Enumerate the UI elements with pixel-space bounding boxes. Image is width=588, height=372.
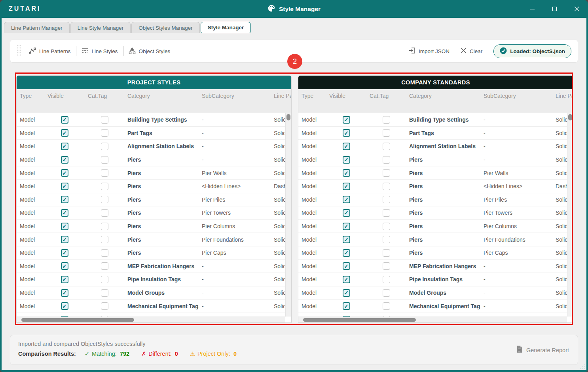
line-styles-button[interactable]: Line Styles bbox=[82, 48, 118, 55]
cattag-checkbox[interactable] bbox=[101, 116, 108, 124]
row-category: Mechanical Equipment Tags bbox=[406, 303, 480, 309]
visible-checkbox[interactable]: ✓ bbox=[343, 236, 350, 243]
cattag-checkbox[interactable] bbox=[101, 143, 108, 150]
maximize-button[interactable] bbox=[548, 3, 560, 15]
visible-checkbox[interactable]: ✓ bbox=[343, 169, 350, 177]
resize-grip[interactable] bbox=[579, 364, 585, 369]
import-json-button[interactable]: Import JSON bbox=[409, 47, 450, 55]
cattag-checkbox[interactable] bbox=[383, 262, 390, 270]
row-category: Model Groups bbox=[406, 290, 480, 296]
visible-checkbox[interactable]: ✓ bbox=[61, 302, 68, 310]
cattag-checkbox[interactable] bbox=[101, 236, 108, 243]
visible-checkbox[interactable]: ✓ bbox=[343, 129, 350, 137]
tab-line-style-manager[interactable]: Line Style Manager bbox=[70, 22, 131, 33]
visible-checkbox[interactable]: ✓ bbox=[343, 223, 350, 230]
cattag-checkbox[interactable] bbox=[383, 236, 390, 243]
visible-checkbox[interactable]: ✓ bbox=[61, 236, 68, 243]
cattag-checkbox[interactable] bbox=[101, 302, 108, 310]
visible-checkbox[interactable]: ✓ bbox=[61, 289, 68, 297]
vertical-scrollbar[interactable] bbox=[285, 113, 291, 317]
cattag-checkbox[interactable] bbox=[383, 156, 390, 164]
horizontal-scrollbar-thumb[interactable] bbox=[303, 318, 416, 322]
cattag-checkbox[interactable] bbox=[101, 169, 108, 177]
table-row: Model✓PiersPier FoundationsSolid bbox=[298, 233, 573, 246]
row-subcategory: Pier Columns bbox=[199, 223, 271, 229]
cattag-checkbox[interactable] bbox=[101, 249, 108, 257]
cattag-checkbox[interactable] bbox=[101, 129, 108, 137]
visible-checkbox[interactable]: ✓ bbox=[61, 223, 68, 230]
cattag-checkbox[interactable] bbox=[383, 249, 390, 257]
row-category: Piers bbox=[406, 210, 480, 216]
cattag-checkbox[interactable] bbox=[101, 183, 108, 190]
cattag-checkbox[interactable] bbox=[101, 196, 108, 203]
cattag-checkbox[interactable] bbox=[383, 223, 390, 230]
clear-button[interactable]: Clear bbox=[461, 48, 482, 55]
cattag-checkbox[interactable] bbox=[101, 289, 108, 297]
visible-checkbox[interactable]: ✓ bbox=[343, 262, 350, 270]
loaded-file-badge[interactable]: Loaded: ObjectS.json bbox=[493, 44, 571, 58]
visible-checkbox[interactable]: ✓ bbox=[61, 276, 68, 283]
cattag-checkbox[interactable] bbox=[101, 276, 108, 283]
visible-checkbox[interactable]: ✓ bbox=[61, 116, 68, 124]
project-styles-panel: PROJECT STYLES TypeVisibleCat.TagCategor… bbox=[16, 75, 292, 323]
cattag-checkbox[interactable] bbox=[101, 209, 108, 217]
vertical-scrollbar-thumb[interactable] bbox=[568, 114, 572, 120]
visible-checkbox[interactable]: ✓ bbox=[343, 183, 350, 190]
visible-checkbox[interactable]: ✓ bbox=[343, 289, 350, 297]
cattag-checkbox[interactable] bbox=[383, 289, 390, 297]
visible-checkbox[interactable]: ✓ bbox=[61, 196, 68, 203]
visible-checkbox[interactable]: ✓ bbox=[343, 302, 350, 310]
visible-checkbox[interactable]: ✓ bbox=[343, 156, 350, 164]
visible-checkbox-cell: ✓ bbox=[44, 276, 85, 283]
row-subcategory: - bbox=[480, 143, 552, 149]
visible-checkbox[interactable]: ✓ bbox=[61, 129, 68, 137]
row-type: Model bbox=[17, 276, 44, 282]
visible-checkbox[interactable]: ✓ bbox=[61, 169, 68, 177]
visible-checkbox[interactable]: ✓ bbox=[343, 116, 350, 124]
cattag-checkbox[interactable] bbox=[383, 169, 390, 177]
cattag-checkbox[interactable] bbox=[101, 223, 108, 230]
tab-style-manager[interactable]: Style Manager bbox=[201, 22, 251, 33]
row-type: Model bbox=[298, 130, 326, 136]
minimize-button[interactable] bbox=[526, 3, 538, 15]
tab-object-styles-manager[interactable]: Object Styles Manager bbox=[131, 22, 200, 33]
visible-checkbox[interactable]: ✓ bbox=[61, 262, 68, 270]
visible-checkbox[interactable]: ✓ bbox=[61, 143, 68, 150]
visible-checkbox[interactable]: ✓ bbox=[61, 249, 68, 257]
column-header: Visible bbox=[44, 89, 85, 113]
visible-checkbox-cell: ✓ bbox=[44, 209, 85, 217]
visible-checkbox[interactable]: ✓ bbox=[61, 183, 68, 190]
object-styles-button[interactable]: Object Styles bbox=[129, 47, 171, 55]
cattag-checkbox[interactable] bbox=[383, 183, 390, 190]
column-header: Type bbox=[17, 89, 44, 113]
visible-checkbox[interactable]: ✓ bbox=[343, 249, 350, 257]
visible-checkbox[interactable]: ✓ bbox=[343, 196, 350, 203]
close-button[interactable] bbox=[571, 3, 582, 15]
visible-checkbox[interactable]: ✓ bbox=[61, 209, 68, 217]
horizontal-scrollbar[interactable] bbox=[17, 317, 285, 322]
generate-report-button[interactable]: Generate Report bbox=[516, 346, 569, 354]
visible-checkbox[interactable]: ✓ bbox=[343, 276, 350, 283]
cattag-checkbox[interactable] bbox=[101, 262, 108, 270]
tab-line-pattern-manager[interactable]: Line Pattern Manager bbox=[4, 22, 70, 33]
visible-checkbox[interactable]: ✓ bbox=[343, 143, 350, 150]
line-patterns-button[interactable]: Line Patterns bbox=[29, 47, 71, 55]
matching-value: 792 bbox=[120, 351, 129, 357]
drag-handle-icon[interactable] bbox=[17, 44, 21, 58]
cattag-checkbox[interactable] bbox=[383, 276, 390, 283]
column-header: Cat.Tag bbox=[85, 89, 124, 113]
horizontal-scrollbar[interactable] bbox=[298, 317, 567, 322]
cattag-checkbox[interactable] bbox=[383, 302, 390, 310]
cattag-checkbox[interactable] bbox=[383, 143, 390, 150]
cattag-checkbox[interactable] bbox=[383, 129, 390, 137]
vertical-scrollbar[interactable] bbox=[567, 113, 573, 317]
visible-checkbox[interactable]: ✓ bbox=[61, 156, 68, 164]
cattag-checkbox[interactable] bbox=[101, 156, 108, 164]
vertical-scrollbar-thumb[interactable] bbox=[286, 114, 290, 120]
horizontal-scrollbar-thumb[interactable] bbox=[21, 318, 134, 322]
cattag-checkbox[interactable] bbox=[383, 209, 390, 217]
visible-checkbox-cell: ✓ bbox=[44, 169, 85, 177]
cattag-checkbox[interactable] bbox=[383, 196, 390, 203]
cattag-checkbox[interactable] bbox=[383, 116, 390, 124]
visible-checkbox[interactable]: ✓ bbox=[343, 209, 350, 217]
